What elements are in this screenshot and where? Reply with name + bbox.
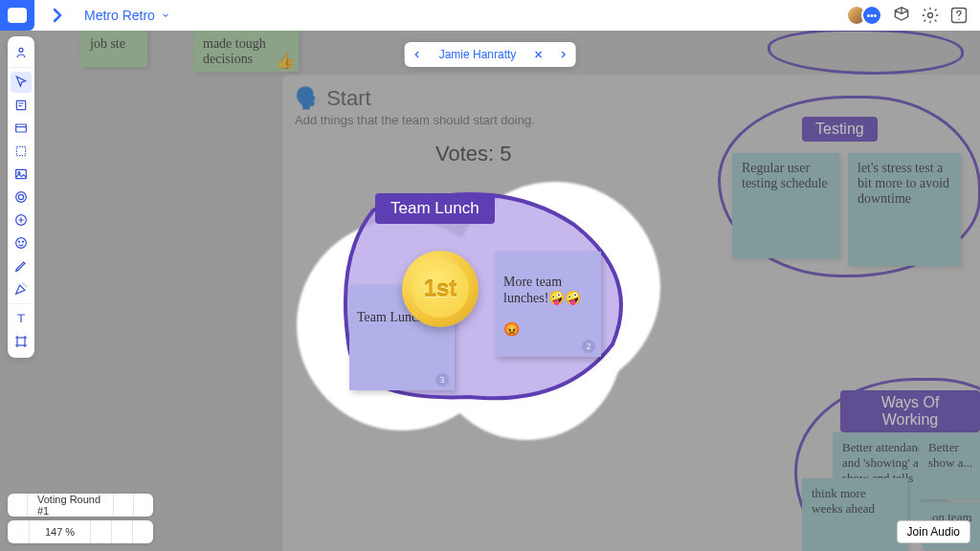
sticky-note-more-lunches[interactable]: More team lunches!🤪🤪 😡 2 [496,252,601,357]
divider [11,303,32,304]
sticky-note[interactable]: let's stress test a bit more to avoid do… [848,153,961,266]
breadcrumb-forward-icon[interactable] [46,4,69,27]
tool-token-icon[interactable] [11,209,32,231]
voting-award-icon[interactable] [133,494,153,517]
tool-pen-icon[interactable] [11,255,32,276]
svg-point-13 [22,241,23,242]
tool-target-icon[interactable] [11,187,32,208]
note-text: Better show a... [928,440,972,470]
sticky-note[interactable]: job ste [80,29,147,67]
section-header-start: 🗣️ Start Add things that the team should… [295,86,535,127]
zoom-level[interactable]: 147 % [29,520,90,543]
votes-count: Votes: 5 [435,142,512,166]
divider [11,67,32,68]
sticky-note[interactable]: Regular user testing schedule [732,153,839,258]
zoom-out-button[interactable] [8,520,29,543]
undo-button[interactable] [111,520,132,543]
close-pill-button[interactable] [525,42,550,67]
cube-icon[interactable] [892,6,911,25]
note-text: job ste [90,36,125,51]
tool-card-icon[interactable] [11,118,32,139]
group-label-ways[interactable]: Ways Of Working [840,390,980,432]
note-text: More team lunches!🤪🤪 😡 [503,275,581,337]
tool-text-icon[interactable] [11,308,32,329]
vote-count-badge: 3 [435,373,449,386]
section-subtitle: Add things that the team should start do… [295,113,535,127]
avatar-overflow[interactable]: ••• [861,5,882,26]
presenter-pill: Jamie Hanratty [405,42,576,67]
note-text: Regular user testing schedule [742,161,828,190]
tool-confetti-icon[interactable] [11,278,32,299]
vote-count-badge: 2 [582,340,595,353]
help-icon[interactable] [949,6,969,25]
sticky-note[interactable]: made tough decisions👍 [193,29,299,72]
section-title: 🗣️ Start [295,86,535,111]
chevron-down-icon [161,11,170,20]
tool-people-icon[interactable] [11,42,32,63]
redo-button[interactable] [132,520,153,543]
svg-point-9 [18,194,23,199]
group-label-testing[interactable]: Testing [802,117,878,142]
svg-point-8 [16,192,27,203]
thumbs-up-icon: 👍 [276,52,295,70]
presenter-name: Jamie Hanratty [430,48,526,61]
svg-rect-4 [16,124,27,132]
voting-prev-button[interactable] [8,494,27,517]
tool-pointer-icon[interactable] [11,72,32,93]
svg-rect-6 [16,169,27,178]
svg-point-11 [16,238,27,249]
tool-emoji-icon[interactable] [11,232,32,253]
sticky-note[interactable]: Better show a... [919,432,980,499]
participants-avatars[interactable]: ••• [846,5,882,26]
sticky-note[interactable]: think more weeks ahead [802,478,907,551]
voting-spotlight: Votes: 5 Team Lunch Team Lunches 3 More … [287,134,670,450]
tool-frame-icon[interactable] [11,331,32,352]
tool-image-icon[interactable] [11,164,32,185]
note-text: let's stress test a bit more to avoid do… [858,161,949,206]
voting-round-label[interactable]: Voting Round #1 [27,494,113,517]
note-text: think more weeks ahead [812,486,875,516]
tool-marquee-icon[interactable] [11,141,32,162]
medal-text: 1st [402,251,479,327]
svg-point-2 [19,48,23,52]
group-outline-small[interactable] [768,29,964,75]
gear-icon[interactable] [921,6,940,25]
svg-point-0 [928,13,933,18]
app-logo[interactable] [0,0,34,31]
top-bar: Metro Retro ••• [0,0,980,31]
voting-add-button[interactable] [113,494,133,517]
svg-point-12 [18,241,19,242]
group-label-team-lunch[interactable]: Team Lunch [375,193,495,224]
tool-panel [8,36,34,358]
prev-user-button[interactable] [405,42,430,67]
board-name-dropdown[interactable]: Metro Retro [84,8,170,23]
svg-rect-3 [16,100,25,109]
zoom-in-button[interactable] [90,520,111,543]
join-audio-button[interactable]: Join Audio [897,520,970,543]
first-place-medal: 1st [402,251,479,327]
svg-rect-14 [17,338,25,345]
note-text: made tough decisions [203,36,266,66]
bottom-controls: Voting Round #1 147 % [8,494,153,543]
svg-rect-5 [16,146,25,155]
next-user-button[interactable] [550,42,575,67]
tool-sticky-icon[interactable] [11,95,32,116]
